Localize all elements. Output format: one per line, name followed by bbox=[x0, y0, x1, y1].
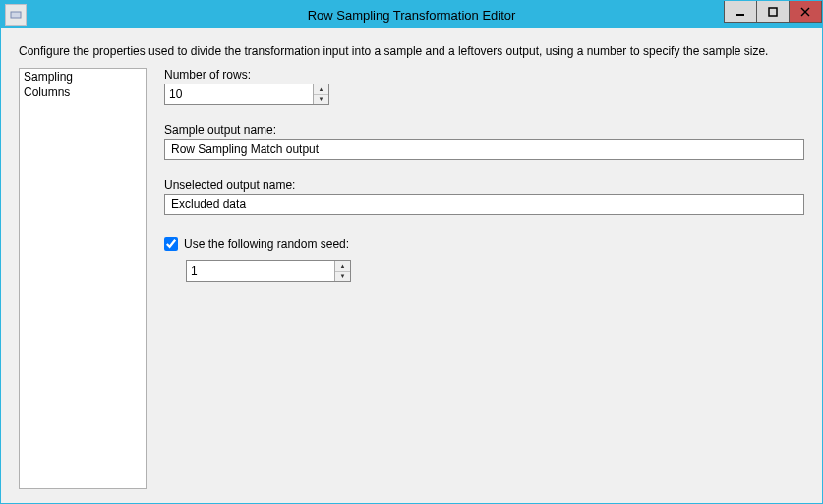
dialog-window: Row Sampling Transformation Editor Confi… bbox=[0, 0, 823, 504]
svg-rect-2 bbox=[769, 8, 777, 16]
nav-item-columns[interactable]: Columns bbox=[20, 84, 146, 100]
titlebar[interactable]: Row Sampling Transformation Editor bbox=[1, 1, 822, 28]
dialog-description: Configure the properties used to divide … bbox=[1, 28, 822, 68]
unselected-name-group: Unselected output name: bbox=[164, 178, 804, 215]
num-rows-label: Number of rows: bbox=[164, 68, 804, 82]
use-seed-row: Use the following random seed: bbox=[164, 237, 804, 251]
unselected-name-input[interactable] bbox=[164, 194, 804, 215]
sample-name-label: Sample output name: bbox=[164, 123, 804, 137]
num-rows-group: Number of rows: ▲ ▼ bbox=[164, 68, 804, 105]
seed-input[interactable] bbox=[187, 261, 334, 281]
page-nav-list[interactable]: Sampling Columns bbox=[19, 68, 147, 489]
num-rows-spin-up[interactable]: ▲ bbox=[314, 84, 328, 95]
nav-item-sampling[interactable]: Sampling bbox=[20, 69, 146, 84]
num-rows-spin-buttons: ▲ ▼ bbox=[313, 84, 328, 104]
seed-spin-buttons: ▲ ▼ bbox=[334, 261, 350, 281]
close-button[interactable] bbox=[789, 1, 822, 23]
unselected-name-label: Unselected output name: bbox=[164, 178, 804, 192]
maximize-button[interactable] bbox=[756, 1, 790, 23]
window-buttons bbox=[725, 1, 822, 28]
app-icon bbox=[5, 4, 27, 26]
sampling-form: Number of rows: ▲ ▼ Sample output name: … bbox=[164, 68, 804, 489]
seed-spin-up[interactable]: ▲ bbox=[335, 261, 350, 272]
num-rows-spin-down[interactable]: ▼ bbox=[314, 95, 328, 105]
minimize-button[interactable] bbox=[724, 1, 757, 23]
use-seed-checkbox[interactable] bbox=[164, 237, 178, 251]
sample-name-group: Sample output name: bbox=[164, 123, 804, 160]
sample-name-input[interactable] bbox=[164, 139, 804, 160]
seed-spin-down[interactable]: ▼ bbox=[335, 272, 350, 282]
svg-rect-0 bbox=[11, 12, 21, 18]
num-rows-spinner[interactable]: ▲ ▼ bbox=[164, 84, 329, 105]
num-rows-input[interactable] bbox=[165, 84, 313, 104]
client-area: Configure the properties used to divide … bbox=[1, 28, 822, 503]
dialog-body: Sampling Columns Number of rows: ▲ ▼ Sa bbox=[1, 68, 822, 503]
window-title: Row Sampling Transformation Editor bbox=[1, 8, 822, 23]
seed-spinner[interactable]: ▲ ▼ bbox=[186, 260, 351, 282]
use-seed-label: Use the following random seed: bbox=[184, 237, 349, 251]
seed-group: Use the following random seed: ▲ ▼ bbox=[164, 233, 804, 282]
svg-rect-1 bbox=[736, 14, 744, 16]
